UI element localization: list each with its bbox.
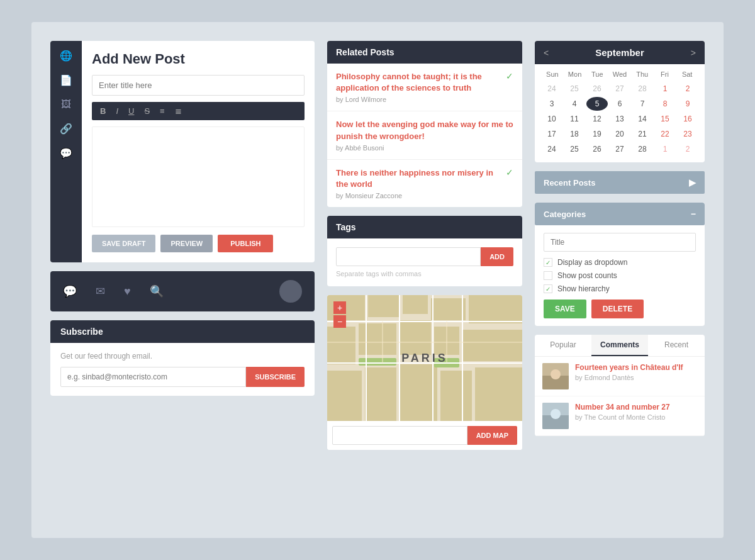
list-ol-button[interactable]: ≣ [173,106,184,116]
tab-recent[interactable]: Recent [648,335,705,356]
cal-day[interactable]: 16 [677,112,698,126]
calendar-prev-button[interactable]: < [544,48,549,58]
italic-button[interactable]: I [114,106,120,116]
cal-day[interactable]: 26 [586,82,608,96]
cal-day[interactable]: 14 [632,112,653,126]
cal-day[interactable]: 8 [654,97,676,111]
recent-posts-section[interactable]: Recent Posts ▶ [535,171,705,194]
tab-comments[interactable]: Comments [591,335,648,356]
search-bar-icon[interactable]: 🔍 [150,284,164,298]
map-zoom-out[interactable]: − [333,315,346,328]
image-icon[interactable]: 🖼 [61,99,71,110]
related-post-3-content: There is neither happiness nor misery in… [336,167,501,199]
svg-rect-14 [440,371,472,421]
cal-day[interactable]: 13 [609,112,630,126]
heart-bar-icon[interactable]: ♥ [124,285,131,298]
cat-label-2: Show post counts [557,271,617,280]
tag-input[interactable] [336,247,481,266]
cal-day[interactable]: 24 [541,82,562,96]
cal-day[interactable]: 15 [654,112,676,126]
cal-day[interactable]: 20 [609,127,630,141]
category-save-button[interactable]: SAVE [544,300,586,318]
bold-button[interactable]: B [98,106,108,116]
related-post-1-title[interactable]: Philosophy cannot be taught; it is the a… [336,71,501,94]
link-icon[interactable]: 🔗 [60,123,72,135]
post-title-input[interactable] [92,75,305,96]
cal-day[interactable]: 12 [586,112,608,126]
cal-day[interactable]: 28 [632,82,653,96]
cal-day[interactable]: 17 [541,127,562,141]
cat-buttons: SAVE DELETE [544,300,696,318]
strike-button[interactable]: S [142,106,152,116]
related-post-2-author: by Abbé Busoni [336,144,513,152]
cal-day[interactable]: 19 [586,127,608,141]
mail-bar-icon[interactable]: ✉ [96,284,105,298]
save-draft-button[interactable]: SAVE DRAFT [92,235,155,252]
cal-day[interactable]: 6 [609,97,630,111]
cal-day[interactable]: 23 [677,127,698,141]
cal-day[interactable]: 3 [541,97,562,111]
list-ul-button[interactable]: ≡ [158,106,167,116]
cat-label-1: Display as dropdown [557,258,627,267]
cal-day[interactable]: 22 [654,127,676,141]
comment-title-1[interactable]: Fourteen years in Château d'If [575,363,683,372]
cal-day[interactable]: 25 [564,82,585,96]
cal-day[interactable]: 10 [541,112,562,126]
map-add-button[interactable]: ADD MAP [467,426,517,445]
categories-header[interactable]: Categories − [535,203,705,225]
main-container: 🌐 📄 🖼 🔗 💬 Add New Post B I U S ≡ ≣ [31,22,724,538]
cal-day[interactable]: 4 [564,97,585,111]
comment-icon[interactable]: 💬 [60,147,72,159]
comment-text-2: Number 34 and number 27 by The Count of … [575,403,670,429]
svg-rect-11 [327,371,362,421]
cal-day[interactable]: 2 [677,82,698,96]
calendar-header: < September > [535,41,705,64]
cal-day[interactable]: 11 [564,112,585,126]
categories-toggle[interactable]: − [691,209,696,219]
publish-button[interactable]: PUBLISH [218,235,273,252]
cal-day[interactable]: 27 [609,142,630,156]
related-post-2-title[interactable]: Now let the avenging god make way for me… [336,119,513,142]
related-post-3-title[interactable]: There is neither happiness nor misery in… [336,167,501,190]
map-zoom-in[interactable]: + [333,301,346,314]
comment-title-2[interactable]: Number 34 and number 27 [575,403,670,412]
category-delete-button[interactable]: DELETE [591,300,644,318]
editor-text-area[interactable] [92,126,305,227]
document-icon[interactable]: 📄 [60,74,72,86]
cat-check-2[interactable] [544,271,552,280]
cal-header-thu: Thu [631,69,654,79]
subscribe-button[interactable]: SUBSCRIBE [246,367,305,387]
cal-day[interactable]: 25 [564,142,585,156]
tag-add-button[interactable]: ADD [481,247,513,266]
comment-bar-icon[interactable]: 💬 [63,284,77,298]
cal-day[interactable]: 24 [541,142,562,156]
map-search-input[interactable] [332,426,467,445]
cal-day[interactable]: 18 [564,127,585,141]
cal-day[interactable]: 21 [632,127,653,141]
cat-check-3[interactable]: ✓ [544,284,552,293]
cal-day[interactable]: 2 [677,142,698,156]
related-post-2-content: Now let the avenging god make way for me… [336,119,513,151]
svg-rect-10 [462,330,522,361]
underline-button[interactable]: U [126,106,136,116]
calendar-next-button[interactable]: > [691,48,696,58]
cal-day[interactable]: 9 [677,97,698,111]
user-avatar[interactable] [279,280,302,303]
categories-label: Categories [544,210,586,219]
cal-day[interactable]: 1 [654,82,676,96]
cal-day[interactable]: 7 [632,97,653,111]
preview-button[interactable]: PREVIEW [160,235,213,252]
calendar-grid: Sun Mon Tue Wed Thu Fri Sat 24 25 26 27 … [535,64,705,162]
tab-popular[interactable]: Popular [535,335,591,356]
cal-day-today[interactable]: 5 [586,97,608,111]
category-title-input[interactable] [544,233,696,252]
cal-day[interactable]: 27 [609,82,630,96]
recent-posts-toggle[interactable]: ▶ [689,177,696,188]
cat-check-1[interactable]: ✓ [544,258,552,267]
cal-day[interactable]: 26 [586,142,608,156]
subscribe-email-input[interactable] [60,367,246,387]
globe-icon[interactable]: 🌐 [60,50,72,62]
cal-day[interactable]: 1 [654,142,676,156]
cat-label-3: Show hierarchy [557,284,610,293]
cal-day[interactable]: 28 [632,142,653,156]
